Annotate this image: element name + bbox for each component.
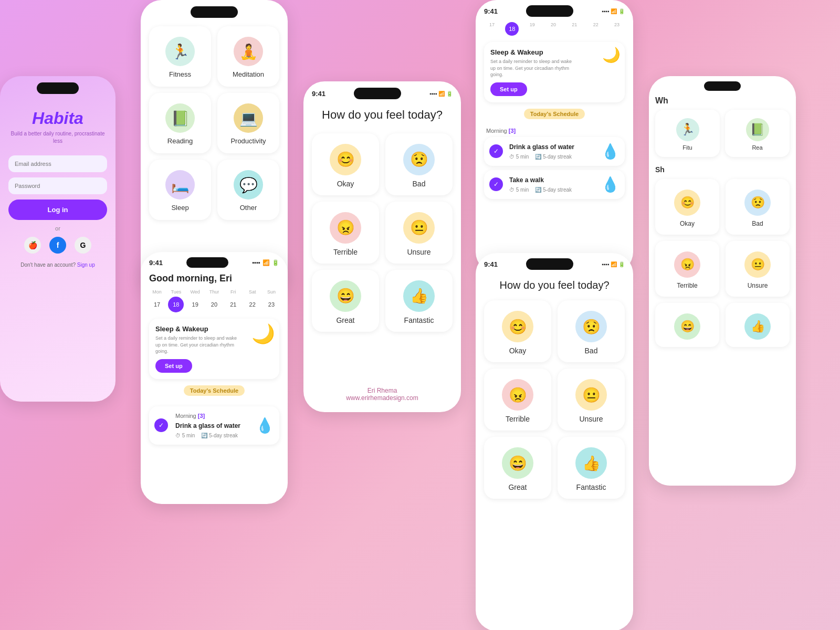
right-status-time: 9:41 [484, 7, 498, 15]
sleep-label: Sleep [171, 204, 188, 212]
habit-drink-card: ✓ Morning [3] Drink a glass of water ⏱ 5… [149, 406, 279, 445]
mood-right-grid: 😊 Okay 😟 Bad 😠 Terrible 😐 Unsure 😄 Great [484, 300, 625, 499]
partial-bad-face: 😟 [744, 190, 771, 216]
right-moon-illus: 🌙 [602, 46, 621, 64]
dashboard-right-content: 17 18 19 20 21 22 23 🌙 Sleep & Wakeup Se… [476, 17, 633, 204]
dynamic-island-mood [354, 88, 401, 99]
habit-sleep[interactable]: 🛏️ Sleep [149, 160, 211, 220]
mood-right-terrible[interactable]: 😠 Terrible [484, 369, 551, 430]
login-container: Habita Build a better daily routine, pro… [0, 98, 116, 278]
partial-okay-face: 😊 [674, 190, 700, 216]
right-setup-btn[interactable]: Set up [490, 82, 527, 96]
apple-login-icon[interactable]: 🍎 [24, 237, 41, 254]
greeting: Good morning, Eri [149, 273, 279, 284]
meditation-icon: 🧘 [234, 37, 263, 66]
right-check-icon: ✓ [489, 144, 503, 158]
right-schedule-badge: Today's Schedule [524, 109, 585, 119]
google-login-icon[interactable]: G [75, 237, 91, 254]
habit-productivity[interactable]: 💻 Productivity [217, 93, 279, 153]
sleep-icon: 🛏️ [165, 170, 195, 200]
mood-right-great[interactable]: 😄 Great [484, 437, 551, 499]
signup-link[interactable]: Sign up [77, 262, 95, 268]
mood-right-teal-face: 👍 [575, 447, 607, 479]
mood-right-bad[interactable]: 😟 Bad [558, 300, 625, 362]
credit-text: Eri Rhemawww.erirhemadesign.com [346, 387, 418, 402]
okay-label: Okay [337, 180, 354, 188]
app-tagline: Build a better daily routine, procrastin… [8, 130, 107, 145]
okay-face: 😊 [330, 144, 361, 175]
email-field[interactable] [8, 155, 107, 172]
partial-unsure[interactable]: 😐 Unsure [726, 241, 790, 297]
facebook-login-icon[interactable]: f [49, 237, 66, 254]
mood-right-unsure[interactable]: 😐 Unsure [558, 369, 625, 430]
habit-meditation[interactable]: 🧘 Meditation [217, 26, 279, 87]
mood-right-bad-label: Bad [585, 346, 598, 355]
partial-great[interactable]: 😄 [655, 303, 719, 347]
partial-teal[interactable]: 👍 [726, 303, 790, 347]
partial-content: Wh 🏃 Fitu 📗 Rea Sh 😊 Okay 😟 Bad [649, 91, 796, 352]
dynamic-island-right [526, 5, 573, 17]
phone-dashboard: 9:41 ▪▪▪▪📶🔋 Good morning, Eri Mon Tues W… [141, 252, 288, 504]
partial-fitness[interactable]: 🏃 Fitu [655, 110, 720, 157]
mood-right-unsure-label: Unsure [579, 415, 603, 423]
mood-grid: 😊 Okay 😟 Bad 😠 Terrible 😐 Unsure 😄 Great… [312, 133, 453, 332]
right-walk-check: ✓ [489, 177, 503, 191]
phone-partial-right: Wh 🏃 Fitu 📗 Rea Sh 😊 Okay 😟 Bad [649, 76, 796, 486]
partial-terrible[interactable]: 😠 Terrible [655, 241, 719, 297]
or-divider: or [55, 225, 60, 232]
login-button[interactable]: Log in [8, 200, 107, 220]
fitness-label: Fitness [169, 70, 191, 78]
password-field[interactable] [8, 177, 107, 194]
habits-grid: 🏃 Fitness 🧘 Meditation 📗 Reading 💻 Produ… [141, 18, 288, 228]
mood-right-great-label: Great [508, 483, 527, 491]
mood-status-time: 9:41 [312, 90, 326, 98]
partial-reading[interactable]: 📗 Rea [725, 110, 790, 157]
mood-unsure[interactable]: 😐 Unsure [385, 202, 453, 264]
mood-great[interactable]: 😄 Great [312, 270, 379, 332]
mood-terrible[interactable]: 😠 Terrible [312, 202, 379, 264]
status-icons: ▪▪▪▪📶🔋 [252, 259, 279, 266]
fitness-icon: 🏃 [165, 37, 195, 66]
productivity-label: Productivity [230, 137, 266, 145]
partial-fitness-label: Fitu [682, 144, 692, 151]
habit-reading[interactable]: 📗 Reading [149, 93, 211, 153]
terrible-face: 😠 [330, 212, 361, 244]
signup-prompt: Don't have an account? Sign up [20, 262, 94, 268]
partial-terrible-face: 😠 [674, 251, 700, 278]
partial-fitness-icon: 🏃 [676, 118, 699, 141]
water-icon: 💧 [256, 417, 274, 434]
partial-mood-okay[interactable]: 😊 Okay [655, 179, 719, 235]
partial-bad-label: Bad [752, 220, 763, 227]
right-drink-card: ✓ Drink a glass of water ⏱ 5 min 🔄 5-day… [484, 137, 625, 166]
partial-habit-grid: 🏃 Fitu 📗 Rea [655, 110, 790, 157]
mood-status-icons: ▪▪▪▪ 📶 🔋 [429, 91, 453, 97]
partial-mood-label: Sh [655, 165, 790, 174]
setup-button[interactable]: Set up [155, 359, 192, 373]
right-sleep-card: 🌙 Sleep & Wakeup Set a daily reminder to… [484, 42, 625, 102]
mood-right-okay[interactable]: 😊 Okay [484, 300, 551, 362]
habit-other[interactable]: 💬 Other [217, 160, 279, 220]
dynamic-island [37, 82, 79, 94]
phone-login: Habita Build a better daily routine, pro… [0, 76, 116, 402]
terrible-label: Terrible [333, 248, 358, 256]
schedule-badge: Today's Schedule [184, 385, 245, 396]
status-time: 9:41 [149, 259, 163, 267]
phone-mood-center: 9:41 ▪▪▪▪ 📶 🔋 How do you feel today? 😊 O… [303, 81, 461, 412]
mood-right-teal[interactable]: 👍 Fantastic [558, 437, 625, 499]
habit-fitness[interactable]: 🏃 Fitness [149, 26, 211, 87]
partial-terrible-label: Terrible [677, 282, 697, 289]
partial-reading-icon: 📗 [746, 118, 769, 141]
mood-right-question: How do you feel today? [484, 278, 625, 292]
calendar-dates: 17 18 19 20 21 22 23 [149, 297, 279, 312]
partial-reading-label: Rea [752, 144, 762, 151]
partial-mood-bad[interactable]: 😟 Bad [726, 179, 790, 235]
partial-label: Wh [655, 96, 790, 106]
mood-fantastic[interactable]: 👍 Fantastic [385, 270, 453, 332]
unsure-face: 😐 [403, 212, 435, 244]
mood-right-okay-label: Okay [509, 346, 527, 355]
mood-bad[interactable]: 😟 Bad [385, 133, 453, 195]
social-login-row: 🍎 f G [24, 237, 91, 254]
moon-illustration: 🌙 [251, 323, 275, 345]
mood-right-bad-face: 😟 [575, 311, 607, 342]
mood-okay[interactable]: 😊 Okay [312, 133, 379, 195]
